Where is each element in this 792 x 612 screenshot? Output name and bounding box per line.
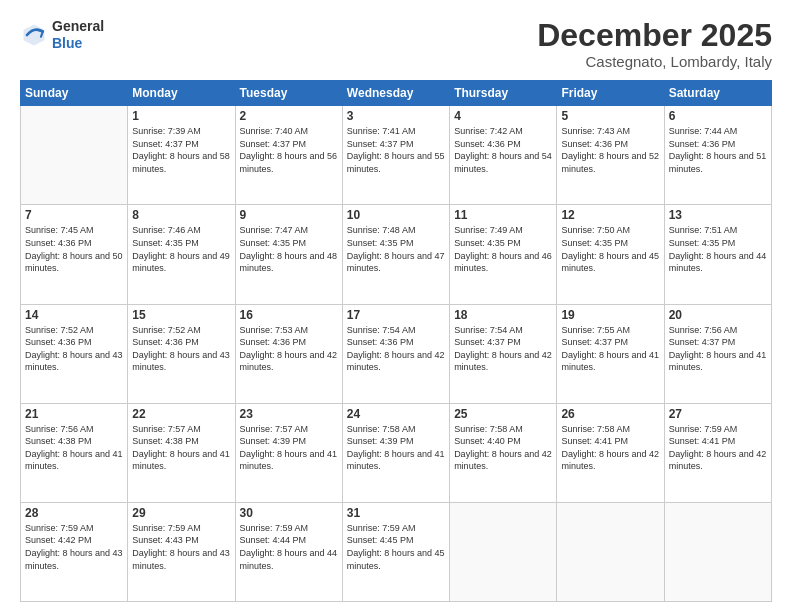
cell-content: Sunrise: 7:55 AMSunset: 4:37 PMDaylight:… (561, 324, 659, 374)
cell-content: Sunrise: 7:52 AMSunset: 4:36 PMDaylight:… (25, 324, 123, 374)
day-number: 18 (454, 308, 552, 322)
cell-content: Sunrise: 7:58 AMSunset: 4:40 PMDaylight:… (454, 423, 552, 473)
day-number: 21 (25, 407, 123, 421)
week-row-3: 21Sunrise: 7:56 AMSunset: 4:38 PMDayligh… (21, 403, 772, 502)
day-number: 23 (240, 407, 338, 421)
day-cell: 11Sunrise: 7:49 AMSunset: 4:35 PMDayligh… (450, 205, 557, 304)
day-cell: 4Sunrise: 7:42 AMSunset: 4:36 PMDaylight… (450, 106, 557, 205)
day-cell: 2Sunrise: 7:40 AMSunset: 4:37 PMDaylight… (235, 106, 342, 205)
cell-content: Sunrise: 7:42 AMSunset: 4:36 PMDaylight:… (454, 125, 552, 175)
day-cell: 13Sunrise: 7:51 AMSunset: 4:35 PMDayligh… (664, 205, 771, 304)
day-cell: 6Sunrise: 7:44 AMSunset: 4:36 PMDaylight… (664, 106, 771, 205)
week-row-2: 14Sunrise: 7:52 AMSunset: 4:36 PMDayligh… (21, 304, 772, 403)
day-cell: 5Sunrise: 7:43 AMSunset: 4:36 PMDaylight… (557, 106, 664, 205)
header: General Blue December 2025 Castegnato, L… (20, 18, 772, 70)
day-cell: 9Sunrise: 7:47 AMSunset: 4:35 PMDaylight… (235, 205, 342, 304)
day-number: 20 (669, 308, 767, 322)
day-cell: 29Sunrise: 7:59 AMSunset: 4:43 PMDayligh… (128, 502, 235, 601)
day-cell: 8Sunrise: 7:46 AMSunset: 4:35 PMDaylight… (128, 205, 235, 304)
day-cell (557, 502, 664, 601)
cell-content: Sunrise: 7:58 AMSunset: 4:41 PMDaylight:… (561, 423, 659, 473)
day-cell: 22Sunrise: 7:57 AMSunset: 4:38 PMDayligh… (128, 403, 235, 502)
day-number: 12 (561, 208, 659, 222)
day-cell: 26Sunrise: 7:58 AMSunset: 4:41 PMDayligh… (557, 403, 664, 502)
day-cell: 18Sunrise: 7:54 AMSunset: 4:37 PMDayligh… (450, 304, 557, 403)
cell-content: Sunrise: 7:59 AMSunset: 4:41 PMDaylight:… (669, 423, 767, 473)
day-cell: 15Sunrise: 7:52 AMSunset: 4:36 PMDayligh… (128, 304, 235, 403)
cell-content: Sunrise: 7:53 AMSunset: 4:36 PMDaylight:… (240, 324, 338, 374)
day-number: 26 (561, 407, 659, 421)
day-number: 17 (347, 308, 445, 322)
day-number: 31 (347, 506, 445, 520)
day-number: 14 (25, 308, 123, 322)
day-cell: 7Sunrise: 7:45 AMSunset: 4:36 PMDaylight… (21, 205, 128, 304)
header-day-friday: Friday (557, 81, 664, 106)
day-cell: 28Sunrise: 7:59 AMSunset: 4:42 PMDayligh… (21, 502, 128, 601)
day-cell: 24Sunrise: 7:58 AMSunset: 4:39 PMDayligh… (342, 403, 449, 502)
week-row-0: 1Sunrise: 7:39 AMSunset: 4:37 PMDaylight… (21, 106, 772, 205)
cell-content: Sunrise: 7:52 AMSunset: 4:36 PMDaylight:… (132, 324, 230, 374)
day-cell: 10Sunrise: 7:48 AMSunset: 4:35 PMDayligh… (342, 205, 449, 304)
day-cell: 23Sunrise: 7:57 AMSunset: 4:39 PMDayligh… (235, 403, 342, 502)
day-cell: 1Sunrise: 7:39 AMSunset: 4:37 PMDaylight… (128, 106, 235, 205)
day-number: 27 (669, 407, 767, 421)
cell-content: Sunrise: 7:57 AMSunset: 4:38 PMDaylight:… (132, 423, 230, 473)
day-number: 25 (454, 407, 552, 421)
day-number: 30 (240, 506, 338, 520)
day-number: 13 (669, 208, 767, 222)
calendar-table: SundayMondayTuesdayWednesdayThursdayFrid… (20, 80, 772, 602)
cell-content: Sunrise: 7:54 AMSunset: 4:36 PMDaylight:… (347, 324, 445, 374)
header-day-monday: Monday (128, 81, 235, 106)
day-number: 9 (240, 208, 338, 222)
day-cell: 20Sunrise: 7:56 AMSunset: 4:37 PMDayligh… (664, 304, 771, 403)
cell-content: Sunrise: 7:46 AMSunset: 4:35 PMDaylight:… (132, 224, 230, 274)
day-cell (450, 502, 557, 601)
day-number: 3 (347, 109, 445, 123)
day-cell: 12Sunrise: 7:50 AMSunset: 4:35 PMDayligh… (557, 205, 664, 304)
header-day-tuesday: Tuesday (235, 81, 342, 106)
day-cell: 30Sunrise: 7:59 AMSunset: 4:44 PMDayligh… (235, 502, 342, 601)
logo-icon (20, 21, 48, 49)
day-cell: 19Sunrise: 7:55 AMSunset: 4:37 PMDayligh… (557, 304, 664, 403)
day-number: 19 (561, 308, 659, 322)
cell-content: Sunrise: 7:45 AMSunset: 4:36 PMDaylight:… (25, 224, 123, 274)
cell-content: Sunrise: 7:59 AMSunset: 4:45 PMDaylight:… (347, 522, 445, 572)
day-number: 16 (240, 308, 338, 322)
day-number: 11 (454, 208, 552, 222)
cell-content: Sunrise: 7:44 AMSunset: 4:36 PMDaylight:… (669, 125, 767, 175)
logo-general: General (52, 18, 104, 35)
day-number: 15 (132, 308, 230, 322)
day-cell (21, 106, 128, 205)
day-number: 7 (25, 208, 123, 222)
week-row-4: 28Sunrise: 7:59 AMSunset: 4:42 PMDayligh… (21, 502, 772, 601)
cell-content: Sunrise: 7:41 AMSunset: 4:37 PMDaylight:… (347, 125, 445, 175)
cell-content: Sunrise: 7:58 AMSunset: 4:39 PMDaylight:… (347, 423, 445, 473)
cell-content: Sunrise: 7:50 AMSunset: 4:35 PMDaylight:… (561, 224, 659, 274)
day-cell: 27Sunrise: 7:59 AMSunset: 4:41 PMDayligh… (664, 403, 771, 502)
header-day-saturday: Saturday (664, 81, 771, 106)
day-number: 6 (669, 109, 767, 123)
logo-blue: Blue (52, 35, 104, 52)
cell-content: Sunrise: 7:49 AMSunset: 4:35 PMDaylight:… (454, 224, 552, 274)
cell-content: Sunrise: 7:40 AMSunset: 4:37 PMDaylight:… (240, 125, 338, 175)
title-block: December 2025 Castegnato, Lombardy, Ital… (537, 18, 772, 70)
day-number: 4 (454, 109, 552, 123)
day-cell: 31Sunrise: 7:59 AMSunset: 4:45 PMDayligh… (342, 502, 449, 601)
cell-content: Sunrise: 7:59 AMSunset: 4:42 PMDaylight:… (25, 522, 123, 572)
cell-content: Sunrise: 7:47 AMSunset: 4:35 PMDaylight:… (240, 224, 338, 274)
cell-content: Sunrise: 7:54 AMSunset: 4:37 PMDaylight:… (454, 324, 552, 374)
header-day-thursday: Thursday (450, 81, 557, 106)
month-title: December 2025 (537, 18, 772, 53)
day-cell: 17Sunrise: 7:54 AMSunset: 4:36 PMDayligh… (342, 304, 449, 403)
day-number: 2 (240, 109, 338, 123)
cell-content: Sunrise: 7:56 AMSunset: 4:37 PMDaylight:… (669, 324, 767, 374)
day-number: 28 (25, 506, 123, 520)
header-day-sunday: Sunday (21, 81, 128, 106)
day-number: 29 (132, 506, 230, 520)
location-title: Castegnato, Lombardy, Italy (537, 53, 772, 70)
cell-content: Sunrise: 7:59 AMSunset: 4:43 PMDaylight:… (132, 522, 230, 572)
day-number: 5 (561, 109, 659, 123)
day-number: 24 (347, 407, 445, 421)
cell-content: Sunrise: 7:51 AMSunset: 4:35 PMDaylight:… (669, 224, 767, 274)
logo: General Blue (20, 18, 104, 52)
